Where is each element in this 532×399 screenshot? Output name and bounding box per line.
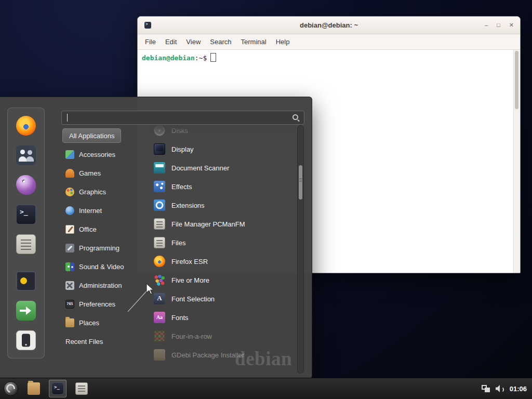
favorite-shut-down[interactable] <box>14 329 38 352</box>
favorite-pidgin[interactable] <box>14 174 38 196</box>
gdebi-icon <box>154 349 165 361</box>
app-files[interactable]: Files <box>150 233 296 252</box>
category-label: All Applications <box>69 132 114 140</box>
app-five-or-more[interactable]: Five or More <box>150 271 296 289</box>
app-four-in-a-row[interactable]: Four-in-a-row <box>150 327 296 345</box>
volume-icon[interactable] <box>496 385 504 392</box>
favorite-terminal[interactable] <box>14 203 38 226</box>
menu-button[interactable] <box>0 378 22 399</box>
users-icon <box>16 145 36 165</box>
taskbar-launcher-files[interactable] <box>73 380 90 397</box>
effects-icon <box>154 181 165 192</box>
close-button[interactable]: ✕ <box>509 22 514 28</box>
category-internet[interactable]: Internet <box>62 201 149 220</box>
category-label: Office <box>79 225 97 233</box>
admin-category-icon <box>65 281 74 290</box>
category-label: Recent Files <box>65 338 103 345</box>
filecab-icon <box>154 218 165 230</box>
file-manager-icon <box>28 382 40 395</box>
graphics-category-icon <box>65 188 74 196</box>
favorite-software-list[interactable] <box>14 233 38 256</box>
taskbar-launchers <box>22 380 94 397</box>
favorite-log-out[interactable] <box>14 299 38 322</box>
app-firefox-esr[interactable]: Firefox ESR <box>150 252 296 271</box>
fiveormore-icon <box>154 274 165 286</box>
category-graphics[interactable]: Graphics <box>62 182 149 201</box>
category-label: Games <box>79 169 101 177</box>
category-games[interactable]: Games <box>62 164 149 182</box>
taskbar-launcher-terminal[interactable] <box>49 380 66 397</box>
terminal-titlebar[interactable]: debian@debian: ~ –□✕ <box>138 17 520 34</box>
lock-screen-icon <box>16 271 36 291</box>
category-places[interactable]: Places <box>62 313 149 332</box>
terminal-cursor <box>210 53 216 62</box>
firefox-icon <box>154 256 165 267</box>
system-tray: 01:06 <box>482 385 532 393</box>
category-label: Accessories <box>79 151 115 158</box>
favorite-lock-screen[interactable] <box>14 270 38 292</box>
app-extensions[interactable]: Extensions <box>150 196 296 215</box>
soundvideo-category-icon <box>65 262 74 271</box>
app-label: Files <box>171 239 185 247</box>
docscan-icon <box>154 162 165 174</box>
taskbar: 01:06 <box>0 378 532 399</box>
category-accessories[interactable]: Accessories <box>62 145 149 164</box>
terminal-window-icon <box>144 22 151 29</box>
category-administration[interactable]: Administration <box>62 276 149 295</box>
applications-menu: All ApplicationsAccessoriesGamesGraphics… <box>0 97 312 379</box>
debian-watermark: debian <box>235 348 292 370</box>
terminal-menu-terminal[interactable]: Terminal <box>236 38 271 46</box>
terminal-menubar: FileEditViewSearchTerminalHelp <box>138 34 520 50</box>
terminal-scrollbar-thumb[interactable] <box>515 51 518 109</box>
app-fonts[interactable]: Fonts <box>150 308 296 327</box>
terminal-menu-help[interactable]: Help <box>271 38 295 46</box>
app-display[interactable]: Display <box>150 140 296 158</box>
app-label: Extensions <box>171 202 205 209</box>
maximize-button[interactable]: □ <box>497 22 500 28</box>
menu-scrollbar[interactable] <box>297 125 304 374</box>
preferences-category-icon <box>65 300 74 309</box>
prompt-suffix: :~$ <box>195 54 207 62</box>
extensions-icon <box>154 200 165 211</box>
menu-scrollbar-thumb[interactable] <box>299 165 302 200</box>
category-label: Programming <box>79 244 119 252</box>
app-label: Effects <box>171 183 192 191</box>
terminal-menu-edit[interactable]: Edit <box>161 38 181 46</box>
app-file-manager-pcmanfm[interactable]: File Manager PCManFM <box>150 215 296 233</box>
category-label: Internet <box>79 207 102 215</box>
category-label: Sound & Video <box>79 263 124 271</box>
desktop[interactable]: debian@debian: ~ –□✕ FileEditViewSearchT… <box>0 0 532 399</box>
category-label: Administration <box>79 282 122 289</box>
terminal-scrollbar[interactable] <box>513 50 520 273</box>
terminal-menu-file[interactable]: File <box>140 38 161 46</box>
terminal-menu-search[interactable]: Search <box>205 38 236 46</box>
filecab-icon <box>154 237 165 248</box>
category-recent-files[interactable]: Recent Files <box>62 332 149 351</box>
prompt-user-host: debian@debian <box>142 54 195 62</box>
category-programming[interactable]: Programming <box>62 238 149 257</box>
category-sound-video[interactable]: Sound & Video <box>62 257 149 276</box>
category-office[interactable]: Office <box>62 220 149 238</box>
app-document-scanner[interactable]: Document Scanner <box>150 158 296 177</box>
category-all-applications[interactable]: All Applications <box>62 128 121 143</box>
search-input[interactable] <box>68 113 292 122</box>
taskbar-launcher-file-manager[interactable] <box>25 380 43 397</box>
window-controls: –□✕ <box>485 17 514 34</box>
category-preferences[interactable]: Preferences <box>62 295 149 313</box>
app-font-selection[interactable]: Font Selection <box>150 289 296 308</box>
category-label: Preferences <box>79 300 115 308</box>
search-box[interactable] <box>61 111 304 125</box>
clock[interactable]: 01:06 <box>510 385 527 393</box>
minimize-button[interactable]: – <box>485 22 488 28</box>
software-list-icon <box>16 234 36 254</box>
category-label: Places <box>79 319 99 327</box>
app-disks[interactable]: Disks <box>150 125 296 140</box>
terminal-menu-view[interactable]: View <box>181 38 205 46</box>
terminal-prompt: debian@debian:~$ <box>142 53 513 62</box>
favorite-firefox[interactable] <box>14 114 38 137</box>
network-icon[interactable] <box>482 385 490 392</box>
display-icon <box>154 143 165 155</box>
favorite-users[interactable] <box>14 144 38 167</box>
app-effects[interactable]: Effects <box>150 177 296 196</box>
fonts-icon <box>154 312 165 323</box>
